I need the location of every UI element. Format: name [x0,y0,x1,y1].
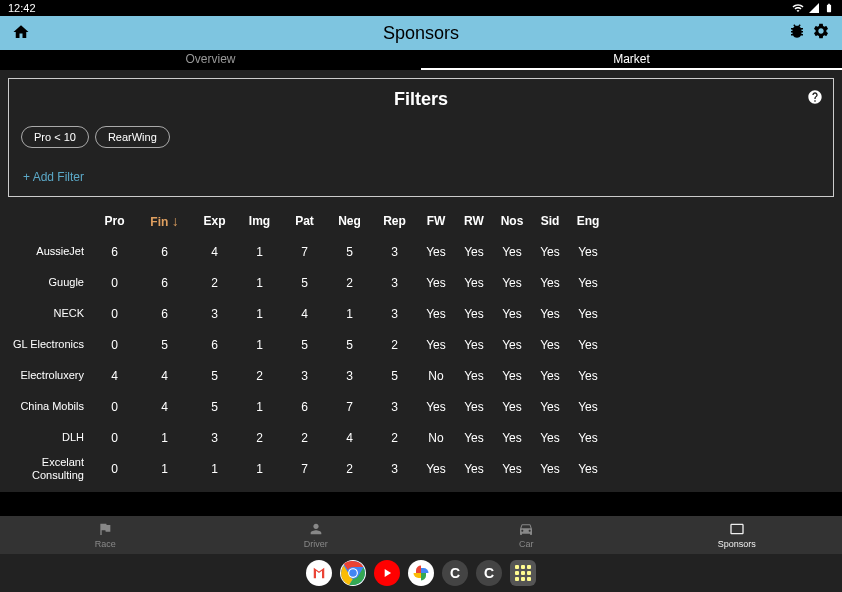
sponsor-name: Excelant Consulting [8,456,92,480]
cell-value: Yes [455,307,493,321]
table-row[interactable]: GL Electronics0561552YesYesYesYesYes [8,329,834,360]
cell-value: 0 [92,338,137,352]
nav-sponsors[interactable]: Sponsors [632,516,843,554]
cell-value: No [417,369,455,383]
column-header-fin[interactable]: Fin ↓ [137,213,192,229]
cell-value: Yes [455,276,493,290]
table-row[interactable]: China Mobils0451673YesYesYesYesYes [8,391,834,422]
photos-icon[interactable] [408,560,434,586]
table-row[interactable]: DLH0132242NoYesYesYesYes [8,422,834,453]
home-icon[interactable] [12,23,30,44]
flag-icon [97,521,113,537]
cell-value: 2 [327,276,372,290]
column-header-nos[interactable]: Nos [493,214,531,228]
cell-value: 5 [282,338,327,352]
status-time: 12:42 [8,2,36,14]
cell-value: 1 [237,338,282,352]
table-row[interactable]: Excelant Consulting0111723YesYesYesYesYe… [8,453,834,484]
gmail-icon[interactable] [306,560,332,586]
status-right [792,2,834,14]
cell-value: Yes [455,245,493,259]
cell-value: Yes [493,369,531,383]
cell-value: 1 [237,462,282,476]
cell-value: Yes [531,307,569,321]
cell-value: 1 [192,462,237,476]
settings-icon[interactable] [812,22,830,44]
cell-value: 4 [192,245,237,259]
cell-value: 3 [372,400,417,414]
sponsor-name: AussieJet [8,245,92,257]
cell-value: 1 [137,462,192,476]
cell-value: 1 [327,307,372,321]
cell-value: Yes [569,307,607,321]
nav-driver[interactable]: Driver [211,516,422,554]
filters-panel: Filters Pro < 10 RearWing + Add Filter [8,78,834,197]
bug-icon[interactable] [788,22,806,44]
cell-value: Yes [569,369,607,383]
cell-value: Yes [569,276,607,290]
cell-value: Yes [417,462,455,476]
column-header-eng[interactable]: Eng [569,214,607,228]
column-header-sid[interactable]: Sid [531,214,569,228]
cell-value: Yes [493,276,531,290]
cell-value: 2 [237,431,282,445]
cell-value: 6 [92,245,137,259]
column-header-neg[interactable]: Neg [327,214,372,228]
chrome-icon[interactable] [340,560,366,586]
svg-point-3 [349,569,357,577]
nav-car[interactable]: Car [421,516,632,554]
cell-value: 2 [192,276,237,290]
help-icon[interactable] [807,89,823,109]
person-icon [308,521,324,537]
tabs: Overview Market [0,50,842,70]
status-bar: 12:42 [0,0,842,16]
table-row[interactable]: Guugle0621523YesYesYesYesYes [8,267,834,298]
cell-value: 2 [282,431,327,445]
cell-value: Yes [417,338,455,352]
cell-value: 0 [92,431,137,445]
table-row[interactable]: Electroluxery4452335NoYesYesYesYes [8,360,834,391]
column-header-fw[interactable]: FW [417,214,455,228]
cell-value: Yes [493,462,531,476]
cell-value: 6 [137,307,192,321]
table-row[interactable]: NECK0631413YesYesYesYesYes [8,298,834,329]
sponsor-name: Guugle [8,276,92,288]
cell-value: 2 [372,338,417,352]
column-header-pat[interactable]: Pat [282,214,327,228]
filter-chip-rearwing[interactable]: RearWing [95,126,170,148]
cell-value: 7 [282,245,327,259]
column-header-exp[interactable]: Exp [192,214,237,228]
dock-c2-icon[interactable]: C [476,560,502,586]
table-row[interactable]: AussieJet6641753YesYesYesYesYes [8,236,834,267]
cell-value: Yes [569,400,607,414]
cell-value: Yes [455,462,493,476]
filter-chip-pro[interactable]: Pro < 10 [21,126,89,148]
tab-market[interactable]: Market [421,50,842,70]
cell-value: 5 [327,338,372,352]
column-header-rw[interactable]: RW [455,214,493,228]
tab-overview[interactable]: Overview [0,50,421,70]
apps-grid-icon[interactable] [510,560,536,586]
cell-value: 2 [327,462,372,476]
sponsor-name: NECK [8,307,92,319]
dock-c1-icon[interactable]: C [442,560,468,586]
cell-value: Yes [531,276,569,290]
youtube-icon[interactable] [374,560,400,586]
main-area: Filters Pro < 10 RearWing + Add Filter P… [0,70,842,492]
column-header-rep[interactable]: Rep [372,214,417,228]
nav-race[interactable]: Race [0,516,211,554]
cell-value: 4 [137,369,192,383]
add-filter-button[interactable]: + Add Filter [21,170,821,184]
column-header-img[interactable]: Img [237,214,282,228]
app-title: Sponsors [383,23,459,44]
cell-value: 0 [92,462,137,476]
cell-value: 7 [327,400,372,414]
cell-value: 6 [137,276,192,290]
column-header-pro[interactable]: Pro [92,214,137,228]
sponsor-name: Electroluxery [8,369,92,381]
cell-value: Yes [531,245,569,259]
cell-value: 5 [372,369,417,383]
cell-value: 2 [237,369,282,383]
cell-value: Yes [455,431,493,445]
cell-value: Yes [569,338,607,352]
